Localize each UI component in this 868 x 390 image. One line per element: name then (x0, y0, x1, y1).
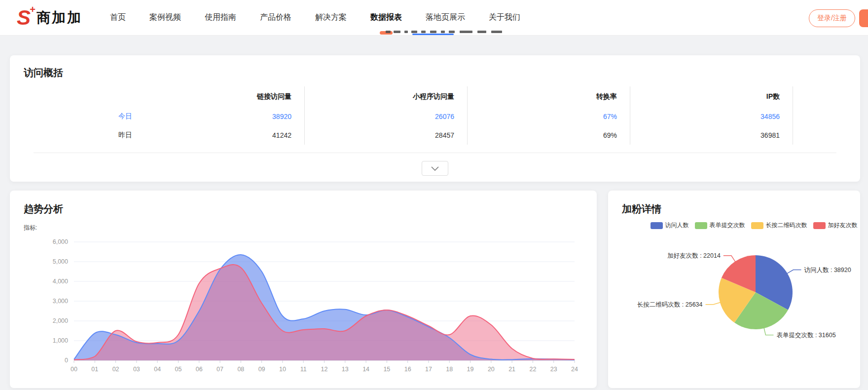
header: S+ 商加加 首页案例视频使用指南产品价格解决方案数据报表落地页展示关于我们 登… (0, 0, 868, 36)
nav-item-产品价格[interactable]: 产品价格 (260, 0, 291, 36)
pie-label-访问人数: 访问人数 : 38920 (804, 266, 851, 274)
svg-text:18: 18 (446, 366, 453, 373)
cell-value: 41242 (142, 126, 305, 145)
svg-text:21: 21 (508, 366, 515, 373)
svg-text:4,000: 4,000 (53, 278, 68, 285)
row-label-昨日[interactable]: 昨日 (34, 126, 142, 145)
nav-item-解决方案[interactable]: 解决方案 (315, 0, 347, 36)
svg-text:17: 17 (425, 366, 432, 373)
overview-card: 访问概括 链接访问量小程序访问量转换率IP数今日389202607667%348… (10, 55, 860, 182)
svg-text:24: 24 (571, 366, 578, 373)
cell-value: 36981 (630, 126, 793, 145)
nav-item-使用指南[interactable]: 使用指南 (205, 0, 236, 36)
row-label-今日[interactable]: 今日 (34, 107, 142, 126)
logo-s-icon: S+ (17, 7, 30, 28)
collapse-button[interactable] (422, 161, 448, 176)
svg-text:07: 07 (217, 366, 223, 373)
table-corner (34, 86, 142, 107)
cell-value: 38920 (142, 107, 305, 126)
svg-text:15: 15 (383, 366, 390, 373)
svg-text:6,000: 6,000 (53, 238, 68, 245)
svg-text:16: 16 (404, 366, 411, 373)
trend-card-title: 趋势分析 (10, 202, 597, 216)
svg-text:1,000: 1,000 (53, 337, 68, 344)
svg-text:06: 06 (196, 366, 203, 373)
nav-item-首页[interactable]: 首页 (110, 0, 126, 36)
cell-value: 26076 (305, 107, 468, 126)
cell-value: 69% (468, 126, 630, 145)
brand-name: 商加加 (36, 8, 82, 27)
table-filler (793, 86, 836, 107)
table-filler (793, 126, 836, 145)
cell-value: 67% (468, 107, 630, 126)
svg-text:03: 03 (133, 366, 140, 373)
svg-text:23: 23 (550, 366, 557, 373)
table-filler (793, 107, 836, 126)
fans-pie-card: 加粉详情 访问人数表单提交次数长按二维码次数加好友次数 访问人数 : 38920… (608, 191, 860, 388)
trend-area-chart: 01,0002,0003,0004,0005,0006,000000102030… (17, 232, 587, 385)
svg-text:09: 09 (258, 366, 265, 373)
brand-logo[interactable]: S+ 商加加 (17, 7, 82, 28)
pie-chart (608, 191, 860, 388)
svg-text:02: 02 (112, 366, 119, 373)
svg-text:20: 20 (488, 366, 495, 373)
svg-text:04: 04 (154, 366, 161, 373)
overview-card-title: 访问概括 (10, 66, 860, 79)
svg-text:19: 19 (467, 366, 474, 373)
svg-text:3,000: 3,000 (53, 298, 68, 305)
chevron-down-icon (431, 166, 439, 171)
svg-text:01: 01 (91, 366, 98, 373)
pie-label-表单提交次数: 表单提交次数 : 31605 (776, 331, 835, 339)
column-header-小程序访问量: 小程序访问量 (305, 86, 468, 107)
clipped-tab-active-underline (412, 34, 454, 35)
column-header-IP数: IP数 (630, 86, 793, 107)
overview-table: 链接访问量小程序访问量转换率IP数今日389202607667%34856昨日4… (34, 86, 836, 145)
svg-text:11: 11 (300, 366, 307, 373)
pie-label-长按二维码次数: 长按二维码次数 : 25634 (637, 300, 703, 309)
cell-value: 34856 (630, 107, 793, 126)
cell-value: 28457 (305, 126, 468, 145)
svg-text:13: 13 (342, 366, 349, 373)
clipped-tab-fragments (386, 29, 504, 35)
svg-text:2,000: 2,000 (53, 317, 68, 324)
login-register-button[interactable]: 登录/注册 (809, 9, 855, 27)
column-header-转换率: 转换率 (468, 86, 630, 107)
svg-text:0: 0 (65, 357, 68, 364)
edge-side-button[interactable] (859, 9, 868, 27)
column-header-链接访问量: 链接访问量 (142, 86, 305, 107)
pie-label-加好友次数: 加好友次数 : 22014 (667, 251, 721, 260)
logo-plus-icon: + (30, 4, 35, 14)
svg-text:14: 14 (362, 366, 369, 373)
svg-text:22: 22 (529, 366, 536, 373)
svg-text:00: 00 (71, 366, 77, 373)
overview-divider (34, 153, 836, 153)
svg-text:05: 05 (175, 366, 182, 373)
svg-text:10: 10 (279, 366, 286, 373)
svg-text:08: 08 (237, 366, 244, 373)
svg-text:12: 12 (321, 366, 328, 373)
nav-item-案例视频[interactable]: 案例视频 (149, 0, 181, 36)
svg-text:5,000: 5,000 (53, 258, 68, 265)
metric-label: 指标: (24, 224, 597, 232)
trend-card: 趋势分析 指标: 01,0002,0003,0004,0005,0006,000… (10, 191, 597, 388)
